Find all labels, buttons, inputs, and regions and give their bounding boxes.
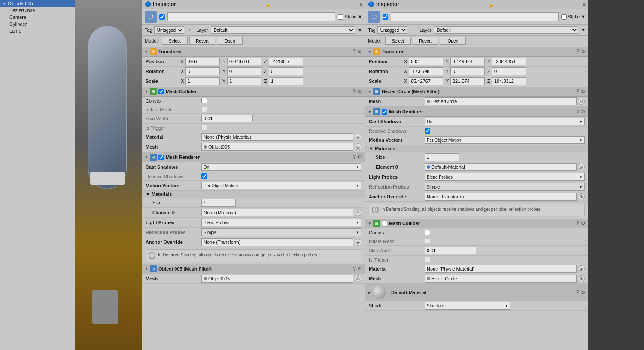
mesh-renderer-help-1[interactable]: ? — [353, 154, 356, 160]
scale-y-input-1[interactable] — [227, 77, 261, 85]
lock-icon-2[interactable]: 🔒 — [489, 2, 494, 7]
object-enabled-checkbox-2[interactable] — [383, 14, 388, 20]
mesh-collider-gear-1[interactable]: ⚙ — [358, 88, 362, 94]
pos-x-input-2[interactable] — [409, 58, 443, 65]
hierarchy-item-cylinder005[interactable]: ▼ Cylinder005 — [0, 0, 75, 7]
scale-x-input-2[interactable] — [409, 77, 443, 85]
bezier-filter-help-2[interactable]: ? — [576, 88, 579, 94]
tag-dropdown-1[interactable]: Untagged — [154, 26, 184, 34]
materials-size-input-1[interactable] — [201, 199, 236, 207]
mesh-renderer-enabled-2[interactable] — [382, 109, 387, 115]
transform-help-2[interactable]: ? — [576, 49, 579, 55]
static-checkbox-1[interactable] — [338, 14, 343, 20]
element0-select-2[interactable]: ◎ — [578, 164, 585, 170]
mesh-collider-enabled-1[interactable] — [158, 89, 164, 94]
mesh-collider-help-2[interactable]: ? — [576, 220, 579, 226]
transform-section-header-1[interactable]: ▼ ⊕ Transform ? ⚙ — [142, 46, 365, 57]
model-revert-btn-1[interactable]: Revert — [189, 37, 215, 45]
convex-checkbox-2[interactable] — [425, 230, 430, 235]
rot-x-input-1[interactable] — [185, 67, 220, 75]
pos-y-input-1[interactable] — [227, 58, 261, 65]
model-revert-btn-2[interactable]: Revert — [413, 37, 438, 45]
layer-dropdown-1[interactable]: Default — [211, 26, 355, 34]
transform-section-header-2[interactable]: ▼ ⊕ Transform ? ⚙ — [365, 46, 588, 57]
lock-icon-1[interactable]: 🔒 — [265, 2, 270, 7]
mesh-collider-header-2[interactable]: ▼ ⊞ Mesh Collider ? ⚙ — [365, 218, 588, 228]
hierarchy-item-cylinder[interactable]: Cylinder — [0, 21, 75, 27]
mesh-filter-help-1[interactable]: ? — [353, 266, 356, 272]
cast-shadows-dropdown-1[interactable]: On ▼ — [201, 163, 361, 171]
anchor-override-select-2[interactable]: ◎ — [578, 193, 585, 200]
mesh-renderer-gear-2[interactable]: ⚙ — [581, 109, 586, 115]
bezier-mesh-select-2[interactable]: ◎ — [578, 98, 585, 105]
bezier-filter-header-2[interactable]: ▼ ⊞ Bezier Circle (Mesh Filter) ? ⚙ — [365, 86, 588, 97]
mesh-collider-enabled-2[interactable] — [382, 221, 387, 226]
object-name-input-1[interactable]: Cylinder005 — [167, 12, 335, 21]
rot-y-input-2[interactable] — [450, 67, 485, 75]
scale-z-input-2[interactable] — [492, 77, 526, 85]
filter-mesh-select-1[interactable]: ◎ — [355, 275, 361, 282]
layer-dropdown-2[interactable]: Default — [434, 26, 578, 34]
pos-z-input-2[interactable] — [492, 58, 526, 65]
pos-y-input-2[interactable] — [450, 58, 485, 65]
menu-icon-1[interactable]: ≡ — [360, 2, 362, 7]
receive-shadows-checkbox-1[interactable] — [201, 173, 207, 179]
model-select-btn-2[interactable]: Select — [385, 37, 411, 45]
mesh-renderer-gear-1[interactable]: ⚙ — [358, 154, 362, 160]
transform-gear-2[interactable]: ⚙ — [581, 49, 586, 55]
hierarchy-item-beziercircle[interactable]: BezierCircle — [0, 7, 75, 14]
reflection-probes-dropdown-1[interactable]: Simple ▼ — [201, 228, 361, 236]
transform-gear-1[interactable]: ⚙ — [358, 49, 362, 55]
anchor-override-select-1[interactable]: ◎ — [355, 239, 361, 246]
convex-checkbox-1[interactable] — [201, 98, 207, 103]
transform-help-1[interactable]: ? — [353, 49, 356, 55]
model-select-btn-1[interactable]: Select — [162, 37, 188, 45]
skin-width-input-2[interactable] — [425, 247, 476, 254]
collider-mesh-select-1[interactable]: ◎ — [355, 143, 361, 150]
model-open-btn-1[interactable]: Open — [217, 37, 243, 45]
static-dropdown-2[interactable]: ▼ — [581, 14, 586, 19]
trigger-checkbox-1[interactable] — [201, 125, 207, 131]
rot-z-input-2[interactable] — [492, 67, 526, 75]
inflate-checkbox-2[interactable] — [425, 238, 430, 244]
mesh-renderer-enabled-1[interactable] — [158, 155, 164, 160]
model-open-btn-2[interactable]: Open — [440, 37, 466, 45]
rot-z-input-1[interactable] — [269, 67, 303, 75]
reflection-probes-dropdown-2[interactable]: Simple ▼ — [425, 183, 585, 191]
static-checkbox-2[interactable] — [561, 14, 567, 20]
tag-dropdown-2[interactable]: Untagged — [377, 26, 407, 34]
cast-shadows-dropdown-2[interactable]: On ▼ — [425, 118, 585, 125]
rot-x-input-2[interactable] — [409, 67, 443, 75]
pos-x-input-1[interactable] — [185, 58, 220, 65]
scale-y-input-2[interactable] — [450, 77, 485, 85]
mesh-renderer-header-2[interactable]: ▼ ⊞ Mesh Renderer ? ⚙ — [365, 107, 588, 117]
materials-size-input-2[interactable] — [425, 153, 459, 161]
menu-icon-2[interactable]: ≡ — [583, 2, 586, 7]
hierarchy-item-camera[interactable]: Camera — [0, 14, 75, 21]
mesh-collider-header-1[interactable]: ▼ ⊞ Mesh Collider ? ⚙ — [142, 86, 365, 97]
inflate-checkbox-1[interactable] — [201, 107, 207, 112]
default-material-gear-2[interactable]: ⚙ — [581, 289, 586, 295]
pos-z-input-1[interactable] — [269, 58, 303, 65]
collider-material-select-1[interactable]: ◎ — [355, 134, 361, 140]
static-dropdown-1[interactable]: ▼ — [358, 14, 362, 19]
skin-width-input-1[interactable] — [201, 115, 253, 122]
bezier-filter-gear-2[interactable]: ⚙ — [581, 88, 586, 94]
element0-select-1[interactable]: ◎ — [355, 209, 361, 216]
rot-y-input-1[interactable] — [227, 67, 261, 75]
mesh-collider-gear-2[interactable]: ⚙ — [581, 220, 586, 226]
trigger-checkbox-2[interactable] — [425, 257, 430, 262]
motion-vectors-dropdown-2[interactable]: Per Object Motion ▼ — [425, 136, 585, 144]
default-material-header-2[interactable]: ▶ Default-Material ? ⚙ — [365, 284, 588, 301]
receive-shadows-checkbox-2[interactable] — [425, 128, 430, 134]
object-name-input-2[interactable]: BezierCircle — [391, 12, 559, 21]
mesh-filter-header-1[interactable]: ▼ ⊞ Object 005 (Mesh Filter) ? ⚙ — [142, 264, 365, 274]
hierarchy-item-lamp[interactable]: Lamp — [0, 27, 75, 34]
light-probes-dropdown-1[interactable]: Blend Probes ▼ — [201, 219, 361, 226]
scale-x-input-1[interactable] — [185, 77, 220, 85]
mesh-collider-help-1[interactable]: ? — [353, 88, 356, 94]
object-enabled-checkbox-1[interactable] — [159, 14, 165, 20]
light-probes-dropdown-2[interactable]: Blend Probes ▼ — [425, 173, 585, 181]
collider-mesh-select-2[interactable]: ◎ — [578, 275, 585, 282]
motion-vectors-dropdown-1[interactable]: Per Object Motion ▼ — [201, 182, 361, 189]
